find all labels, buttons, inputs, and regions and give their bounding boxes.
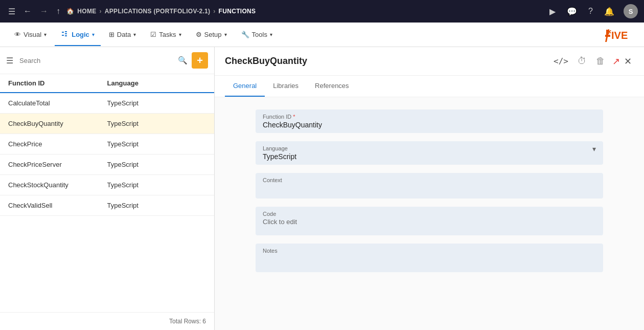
- language-cell: TypeScript: [107, 181, 206, 189]
- detail-actions: </> ⏱ 🗑 ↗ ✕: [551, 54, 634, 69]
- notes-label: Notes: [263, 248, 596, 254]
- detail-title: CheckBuyQuantity: [225, 56, 551, 67]
- column-language: Language: [107, 79, 206, 87]
- function-id-cell: CheckBuyQuantity: [8, 120, 107, 127]
- column-function-id: Function ID: [8, 79, 107, 87]
- language-cell: TypeScript: [107, 140, 206, 148]
- nav-item-visual[interactable]: 👁 Visual ▾: [8, 28, 53, 41]
- total-rows-label: Total Rows: 6: [169, 318, 206, 325]
- function-id-cell: CalculateTotal: [8, 99, 107, 107]
- detail-header: CheckBuyQuantity </> ⏱ 🗑 ↗ ✕: [215, 47, 644, 76]
- tools-icon: 🔧: [241, 31, 249, 38]
- nav-item-tools[interactable]: 🔧 Tools ▾: [235, 28, 279, 41]
- breadcrumb-home[interactable]: HOME: [77, 8, 96, 15]
- breadcrumb-apps[interactable]: APPLICATIONS (PORTFOLIOV-2.1): [105, 8, 211, 15]
- logic-icon: [61, 30, 69, 39]
- context-field[interactable]: Context: [256, 173, 603, 199]
- nav-label-logic: Logic: [72, 31, 89, 38]
- nav-item-setup[interactable]: ⚙ Setup ▾: [190, 28, 233, 41]
- red-arrow-indicator: ↗: [612, 56, 620, 67]
- nav-label-setup: Setup: [204, 31, 222, 38]
- language-label: Language: [263, 145, 592, 151]
- visual-dropdown-icon: ▾: [44, 32, 47, 37]
- form-group-code: Code Click to edit: [256, 207, 603, 235]
- form-group-language: Language TypeScript ▾: [256, 141, 603, 165]
- play-button[interactable]: ▶: [547, 5, 558, 18]
- forward-button[interactable]: →: [38, 5, 50, 18]
- function-id-field[interactable]: Function ID *: [256, 109, 603, 133]
- detail-panel: CheckBuyQuantity </> ⏱ 🗑 ↗ ✕ General Lib…: [215, 47, 644, 330]
- five-logo: IVE: [605, 28, 636, 42]
- back-button[interactable]: ←: [21, 5, 34, 18]
- context-label: Context: [263, 177, 596, 183]
- breadcrumb-sep-1: ›: [100, 8, 102, 15]
- sidebar-footer: Total Rows: 6: [0, 312, 214, 330]
- language-dropdown-arrow: ▾: [592, 145, 596, 153]
- second-nav: 👁 Visual ▾ Logic ▾ ⊞ Data ▾ ☑ Tasks ▾ ⚙ …: [0, 23, 644, 47]
- tab-libraries-label: Libraries: [273, 82, 298, 90]
- language-cell: TypeScript: [107, 120, 206, 127]
- gear-icon: ⚙: [196, 31, 202, 38]
- function-id-cell: CheckValidSell: [8, 202, 107, 209]
- nav-item-logic[interactable]: Logic ▾: [55, 27, 101, 42]
- tab-references[interactable]: References: [307, 76, 357, 97]
- function-id-input[interactable]: [263, 121, 596, 129]
- form-group-notes: Notes: [256, 244, 603, 272]
- table-row[interactable]: CheckPrice TypeScript: [0, 134, 214, 155]
- eye-icon: 👁: [14, 31, 21, 38]
- code-click-to-edit[interactable]: Click to edit: [263, 218, 297, 226]
- code-editor-button[interactable]: </>: [551, 54, 570, 68]
- tab-libraries[interactable]: Libraries: [265, 76, 307, 97]
- grid-icon: ⊞: [109, 31, 114, 38]
- nav-item-tasks[interactable]: ☑ Tasks ▾: [144, 28, 187, 41]
- svg-text:IVE: IVE: [611, 30, 628, 41]
- tab-general-label: General: [233, 82, 257, 90]
- history-button[interactable]: ⏱: [576, 54, 589, 69]
- language-field[interactable]: Language TypeScript ▾: [256, 141, 603, 165]
- language-cell: TypeScript: [107, 99, 206, 107]
- required-star: *: [293, 114, 295, 120]
- tasks-dropdown-icon: ▾: [179, 32, 181, 37]
- add-function-button[interactable]: +: [192, 52, 208, 69]
- up-button[interactable]: ↑: [54, 5, 62, 18]
- logic-dropdown-icon: ▾: [92, 32, 95, 37]
- close-button[interactable]: ✕: [622, 54, 634, 69]
- code-label: Code: [263, 211, 596, 217]
- bell-button[interactable]: 🔔: [602, 5, 616, 18]
- code-field[interactable]: Code Click to edit: [256, 207, 603, 235]
- avatar[interactable]: S: [624, 4, 638, 18]
- table-row[interactable]: CheckValidSell TypeScript: [0, 195, 214, 216]
- table-row[interactable]: CheckPriceServer TypeScript: [0, 155, 214, 175]
- setup-dropdown-icon: ▾: [224, 32, 227, 37]
- table-row[interactable]: CheckStockQuantity TypeScript: [0, 175, 214, 195]
- tab-references-label: References: [315, 82, 349, 90]
- function-id-label: Function ID *: [263, 114, 596, 120]
- help-button[interactable]: ?: [586, 5, 595, 18]
- tab-general[interactable]: General: [225, 76, 265, 97]
- chat-button[interactable]: 💬: [565, 5, 579, 18]
- function-id-cell: CheckPrice: [8, 140, 107, 148]
- data-dropdown-icon: ▾: [133, 32, 136, 37]
- nav-label-data: Data: [117, 31, 131, 38]
- nav-left: ☰ ← → ↑ 🏠 HOME › APPLICATIONS (PORTFOLIO…: [6, 5, 543, 18]
- sidebar-search-bar: ☰ 🔍 +: [0, 47, 214, 74]
- nav-label-visual: Visual: [24, 31, 41, 38]
- search-input[interactable]: [19, 57, 174, 64]
- table-row[interactable]: CheckBuyQuantity TypeScript: [0, 114, 214, 134]
- language-cell: TypeScript: [107, 202, 206, 209]
- delete-button[interactable]: 🗑: [594, 54, 607, 69]
- form-group-context: Context: [256, 173, 603, 199]
- breadcrumb-current: FUNCTIONS: [219, 8, 256, 15]
- sidebar-header: Function ID Language: [0, 74, 214, 93]
- sidebar: ☰ 🔍 + Function ID Language CalculateTota…: [0, 47, 215, 330]
- table-row[interactable]: CalculateTotal TypeScript: [0, 93, 214, 114]
- search-button[interactable]: 🔍: [178, 56, 188, 65]
- home-icon: 🏠: [66, 8, 74, 15]
- nav-label-tasks: Tasks: [159, 31, 176, 38]
- nav-item-data[interactable]: ⊞ Data ▾: [103, 28, 142, 41]
- language-value: TypeScript: [263, 152, 592, 161]
- hamburger-menu-button[interactable]: ☰: [6, 5, 17, 18]
- notes-field[interactable]: Notes: [256, 244, 603, 272]
- main-layout: ☰ 🔍 + Function ID Language CalculateTota…: [0, 47, 644, 330]
- nav-right: ▶ 💬 ? 🔔 S: [547, 4, 638, 18]
